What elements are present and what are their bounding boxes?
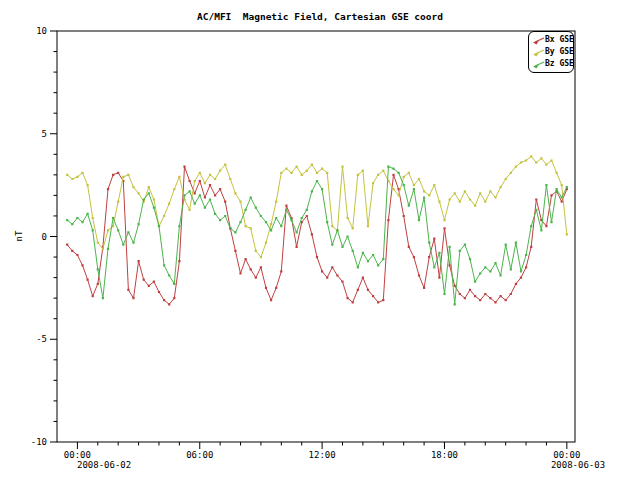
y-tick-label: 0	[42, 232, 47, 242]
x-tick-label: 06:00	[186, 450, 213, 460]
x-tick-label: 00:00	[64, 450, 91, 460]
legend-item-bx: Bx GSE	[531, 34, 571, 46]
legend-label-bx: Bx GSE	[545, 34, 574, 46]
series-markers-bz-gse	[66, 166, 568, 306]
data-series	[66, 155, 568, 305]
legend-marker-bx-icon	[531, 35, 545, 45]
legend-marker-by-icon	[531, 47, 545, 57]
y-tick-label: -10	[31, 437, 47, 447]
plot-window: AC/MFI Magnetic Field, Cartesian GSE coo…	[0, 0, 640, 480]
legend-marker-bz-icon	[531, 59, 545, 69]
series-line-bz-gse	[67, 167, 567, 305]
series-markers-by-gse	[66, 155, 568, 258]
y-tick-label: -5	[36, 334, 47, 344]
series-line-bx-gse	[67, 167, 567, 305]
y-tick-label: 10	[36, 26, 47, 36]
x-axis-date-start: 2008-06-02	[77, 460, 131, 470]
chart-title: AC/MFI Magnetic Field, Cartesian GSE coo…	[197, 11, 443, 22]
x-tick-label: 00:00	[553, 450, 580, 460]
legend-label-by: By GSE	[545, 46, 574, 58]
y-tick-label: 5	[42, 129, 47, 139]
axis-ticks	[50, 31, 567, 449]
series-markers-bx-gse	[66, 166, 568, 306]
x-tick-label: 12:00	[309, 450, 336, 460]
legend-item-bz: Bz GSE	[531, 58, 571, 70]
axis-tick-labels: -10-5051000:0006:0012:0018:0000:00	[31, 26, 581, 460]
legend: Bx GSE By GSE Bz GSE	[528, 31, 574, 73]
x-axis-date-end: 2008-06-03	[551, 460, 605, 470]
y-axis-label: nT	[14, 230, 24, 241]
legend-item-by: By GSE	[531, 46, 571, 58]
x-tick-label: 18:00	[431, 450, 458, 460]
legend-label-bz: Bz GSE	[545, 58, 574, 70]
